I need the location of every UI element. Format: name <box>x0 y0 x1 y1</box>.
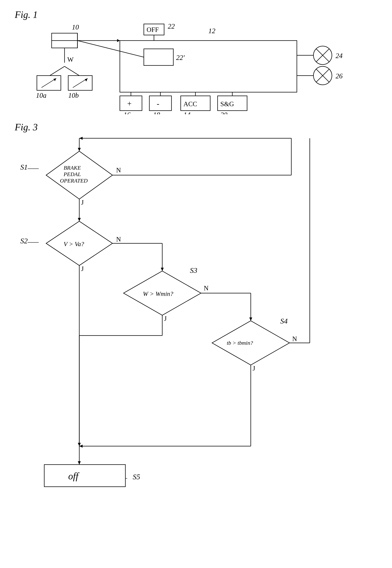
svg-line-22 <box>77 41 144 57</box>
svg-text:OFF: OFF <box>147 26 159 33</box>
svg-text:S1: S1 <box>20 163 28 171</box>
svg-text:-: - <box>157 99 159 108</box>
svg-text:S5: S5 <box>133 473 140 481</box>
svg-rect-20 <box>144 49 173 66</box>
svg-marker-92 <box>78 443 81 446</box>
svg-text:10: 10 <box>72 23 79 31</box>
svg-text:J: J <box>81 265 84 273</box>
svg-text:ACC: ACC <box>183 100 197 108</box>
svg-text:12: 12 <box>208 27 215 35</box>
svg-rect-36 <box>149 96 171 111</box>
svg-marker-102 <box>79 445 83 448</box>
page: Fig. 1 10 W 10a 10b 12 OFF 22 <box>0 0 392 568</box>
svg-text:S4: S4 <box>280 317 288 325</box>
svg-text:22': 22' <box>176 54 185 61</box>
svg-text:+: + <box>127 99 132 108</box>
svg-text:J: J <box>164 315 167 322</box>
svg-text:10b: 10b <box>68 91 79 99</box>
svg-text:off: off <box>68 471 80 481</box>
fig1-diagram: 10 W 10a 10b 12 OFF 22 22' <box>15 18 365 114</box>
svg-marker-78 <box>161 268 164 271</box>
svg-marker-67 <box>79 137 83 140</box>
svg-line-4 <box>50 66 65 76</box>
svg-text:W: W <box>67 56 74 63</box>
svg-text:10a: 10a <box>36 91 46 99</box>
svg-text:S&G: S&G <box>220 100 234 108</box>
svg-text:tb > tbmin?: tb > tbmin? <box>227 340 253 346</box>
svg-text:N: N <box>292 335 297 343</box>
svg-text:S3: S3 <box>190 266 197 275</box>
svg-marker-54 <box>117 39 120 42</box>
svg-text:26: 26 <box>336 72 343 80</box>
svg-marker-62 <box>78 148 81 151</box>
svg-text:22: 22 <box>168 22 175 30</box>
svg-text:14: 14 <box>183 111 190 114</box>
svg-text:20: 20 <box>220 111 227 114</box>
fig3-title: Fig. 3 <box>15 122 38 133</box>
svg-text:PEDAL: PEDAL <box>63 171 81 177</box>
fig3-diagram: S1 BRAKE PEDAL OPERATED N J S2 V > Va? <box>15 133 365 538</box>
svg-text:24: 24 <box>336 52 343 59</box>
svg-text:W > Wmin?: W > Wmin? <box>143 290 173 297</box>
svg-marker-70 <box>78 218 81 221</box>
svg-text:J: J <box>81 199 84 206</box>
svg-rect-14 <box>120 41 297 92</box>
svg-text:N: N <box>204 284 209 292</box>
svg-rect-105 <box>44 465 125 487</box>
svg-text:S2: S2 <box>20 237 28 245</box>
svg-text:BRAKE: BRAKE <box>64 165 81 171</box>
svg-line-5 <box>65 66 79 76</box>
svg-text:N: N <box>116 166 121 174</box>
svg-marker-87 <box>249 318 252 321</box>
svg-text:OPERATED: OPERATED <box>60 178 88 184</box>
svg-text:J: J <box>252 365 255 372</box>
svg-marker-104 <box>78 461 81 465</box>
svg-text:18: 18 <box>153 111 160 114</box>
svg-text:V > Va?: V > Va? <box>64 241 84 247</box>
svg-text:16: 16 <box>124 111 130 114</box>
svg-text:N: N <box>116 236 121 243</box>
